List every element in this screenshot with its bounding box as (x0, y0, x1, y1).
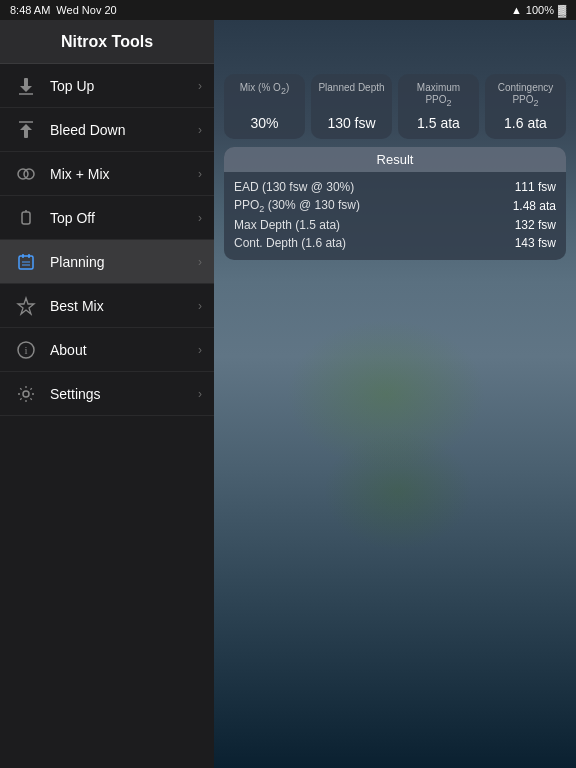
result-row-0: EAD (130 fsw @ 30%)111 fsw (234, 178, 556, 196)
planned-depth-label: Planned Depth (318, 82, 384, 94)
result-row-3-value: 143 fsw (515, 236, 556, 250)
sidebar-item-best-mix[interactable]: Best Mix› (0, 284, 214, 328)
svg-marker-4 (20, 124, 32, 130)
input-card-contingency-ppo2[interactable]: Contingency PPO21.6 ata (485, 74, 566, 139)
settings-label: Settings (50, 386, 198, 402)
sidebar-item-mix-plus-mix[interactable]: Mix + Mix› (0, 152, 214, 196)
top-off-icon (12, 204, 40, 232)
input-card-planned-depth[interactable]: Planned Depth130 fsw (311, 74, 392, 139)
planning-icon (12, 248, 40, 276)
result-row-1-value: 1.48 ata (513, 199, 556, 213)
svg-point-7 (24, 169, 34, 179)
bleed-down-icon (12, 116, 40, 144)
result-row-2-value: 132 fsw (515, 218, 556, 232)
bleed-down-chevron: › (198, 123, 202, 137)
result-row-2: Max Depth (1.5 ata)132 fsw (234, 216, 556, 234)
max-ppo2-label: Maximum PPO2 (404, 82, 473, 109)
sidebar: Nitrox Tools Top Up›Bleed Down›Mix + Mix… (0, 20, 214, 768)
top-off-label: Top Off (50, 210, 198, 226)
svg-point-18 (23, 391, 29, 397)
input-cards: Mix (% O2)30%Planned Depth130 fswMaximum… (224, 74, 566, 139)
contingency-ppo2-label: Contingency PPO2 (491, 82, 560, 109)
svg-text:i: i (24, 344, 27, 356)
mix-o2-label: Mix (% O2) (240, 82, 289, 97)
planning-label: Planning (50, 254, 198, 270)
best-mix-chevron: › (198, 299, 202, 313)
planning-chevron: › (198, 255, 202, 269)
svg-marker-1 (20, 86, 32, 92)
about-label: About (50, 342, 198, 358)
battery-icon: ▓ (558, 4, 566, 16)
svg-marker-15 (18, 298, 34, 314)
result-row-3: Cont. Depth (1.6 ata)143 fsw (234, 234, 556, 252)
result-body: EAD (130 fsw @ 30%)111 fswPPO2 (30% @ 13… (224, 172, 566, 260)
sidebar-item-top-up[interactable]: Top Up› (0, 64, 214, 108)
mix-plus-mix-chevron: › (198, 167, 202, 181)
max-ppo2-value: 1.5 ata (417, 115, 460, 131)
input-card-mix-o2[interactable]: Mix (% O2)30% (224, 74, 305, 139)
battery-level: 100% (526, 4, 554, 16)
mix-plus-mix-label: Mix + Mix (50, 166, 198, 182)
sidebar-header: Nitrox Tools (0, 20, 214, 64)
about-chevron: › (198, 343, 202, 357)
status-bar-right: ▲ 100% ▓ (511, 4, 566, 16)
planned-depth-value: 130 fsw (327, 115, 375, 131)
contingency-ppo2-value: 1.6 ata (504, 115, 547, 131)
sidebar-item-settings[interactable]: Settings› (0, 372, 214, 416)
top-up-chevron: › (198, 79, 202, 93)
content-overlay: Mix (% O2)30%Planned Depth130 fswMaximum… (214, 64, 576, 768)
svg-rect-8 (22, 212, 30, 224)
status-bar: 8:48 AM Wed Nov 20 ▲ 100% ▓ (0, 0, 576, 20)
about-icon: i (12, 336, 40, 364)
sidebar-items-container: Top Up›Bleed Down›Mix + Mix›Top Off›Plan… (0, 64, 214, 416)
best-mix-icon (12, 292, 40, 320)
app-body: Nitrox Tools Top Up›Bleed Down›Mix + Mix… (0, 20, 576, 768)
sidebar-item-top-off[interactable]: Top Off› (0, 196, 214, 240)
mix-o2-value: 30% (250, 115, 278, 131)
result-row-3-label: Cont. Depth (1.6 ata) (234, 236, 346, 250)
sidebar-title: Nitrox Tools (61, 33, 153, 51)
top-up-label: Top Up (50, 78, 198, 94)
settings-chevron: › (198, 387, 202, 401)
result-header: Result (224, 147, 566, 172)
top-off-chevron: › (198, 211, 202, 225)
content-area: ◁ Planning ⬆ 📖 Mix (% O2)30%Planned Dept… (214, 20, 576, 768)
mix-plus-mix-icon (12, 160, 40, 188)
result-section: Result EAD (130 fsw @ 30%)111 fswPPO2 (3… (224, 147, 566, 260)
result-row-2-label: Max Depth (1.5 ata) (234, 218, 340, 232)
status-bar-left: 8:48 AM Wed Nov 20 (10, 4, 117, 16)
result-row-0-label: EAD (130 fsw @ 30%) (234, 180, 354, 194)
settings-icon (12, 380, 40, 408)
best-mix-label: Best Mix (50, 298, 198, 314)
input-card-max-ppo2[interactable]: Maximum PPO21.5 ata (398, 74, 479, 139)
sidebar-item-about[interactable]: iAbout› (0, 328, 214, 372)
top-up-icon (12, 72, 40, 100)
result-row-1-label: PPO2 (30% @ 130 fsw) (234, 198, 360, 214)
status-time: 8:48 AM (10, 4, 50, 16)
result-row-0-value: 111 fsw (515, 180, 556, 194)
wifi-icon: ▲ (511, 4, 522, 16)
sidebar-item-planning[interactable]: Planning› (0, 240, 214, 284)
sidebar-item-bleed-down[interactable]: Bleed Down› (0, 108, 214, 152)
bleed-down-label: Bleed Down (50, 122, 198, 138)
status-day: Wed Nov 20 (56, 4, 116, 16)
result-row-1: PPO2 (30% @ 130 fsw)1.48 ata (234, 196, 556, 216)
